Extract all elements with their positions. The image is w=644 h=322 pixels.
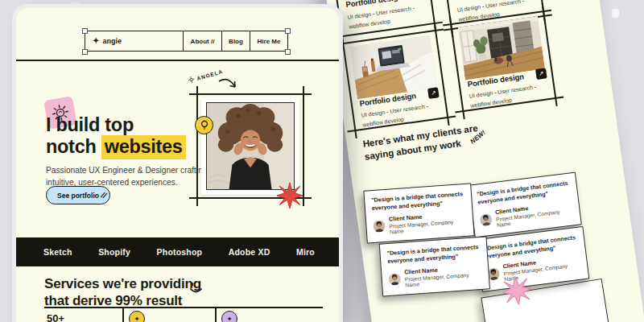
testimonial-card: "Design is a bridge that connects everyo… [363, 183, 474, 243]
client-avatar [479, 213, 493, 226]
open-link-icon[interactable]: ↗ [535, 68, 547, 80]
curved-arrow-doodle [217, 77, 242, 100]
frame-line [196, 86, 198, 206]
stat-value: 50+ [47, 312, 64, 322]
portrait-photo [206, 102, 295, 190]
selection-handle[interactable] [82, 49, 88, 55]
stats-divider [122, 307, 124, 322]
hero-title-highlight: websites [101, 135, 186, 159]
nav-item-blog[interactable]: Blog [221, 31, 250, 51]
sun-doodle-icon [188, 76, 196, 84]
frame-line [303, 86, 304, 206]
tools-marquee: Sketch Shopify Photoshop Adobe XD Miro [16, 237, 339, 266]
design-preview-canvas: Portfolio design ↗ UI design - User rese… [0, 0, 644, 322]
smiley-doodle-icon [188, 282, 205, 299]
portfolio-page-right: Portfolio design ↗ UI design - User rese… [308, 0, 644, 322]
services-title-line1: Services we're providing [44, 276, 201, 293]
logo-text: angie [102, 37, 122, 45]
testimonial-quote: "Design is a bridge that connects everyo… [371, 190, 465, 212]
red-starburst-icon [277, 183, 303, 212]
tool-photoshop: Photoshop [157, 247, 203, 257]
nav-item-hire-me[interactable]: Hire Me [250, 31, 287, 51]
navbar: ✦ angie About // Blog Hire Me [85, 31, 288, 52]
tool-sketch: Sketch [43, 247, 72, 257]
selection-handle[interactable] [285, 28, 291, 34]
portfolio-page-left: ✦ angie About // Blog Hire Me I build to… [16, 8, 339, 322]
services-title: Services we're providing that derive 99%… [44, 276, 201, 309]
open-link-icon[interactable]: ↗ [427, 87, 440, 99]
stat-star-icon-yellow: ✦ [129, 311, 145, 322]
hero-photo [201, 97, 299, 195]
tool-adobe-xd: Adobe XD [229, 247, 270, 257]
nav-item-about[interactable]: About // [183, 31, 221, 51]
pink-starburst-icon [501, 275, 534, 311]
lightbulb-icon [195, 116, 213, 134]
scrollbar-thumb[interactable] [612, 9, 619, 18]
logo[interactable]: ✦ angie [85, 31, 183, 51]
stats-rule [44, 307, 323, 308]
tool-miro: Miro [296, 247, 315, 257]
tool-shopify: Shopify [98, 247, 130, 257]
portfolio-card[interactable]: Portfolio design ↗ UI design - User rese… [450, 10, 556, 112]
logo-star-icon: ✦ [93, 37, 99, 45]
portfolio-card[interactable]: Portfolio design ↗ UI design - User rese… [342, 30, 448, 131]
client-avatar [373, 220, 386, 233]
client-avatar [388, 273, 401, 286]
selection-handle[interactable] [82, 28, 88, 34]
frame-line [189, 93, 312, 95]
testimonial-card: "Design is a bridge that connects everyo… [379, 236, 490, 296]
stat-star-icon-purple: ✦ [221, 311, 237, 322]
selection-handle[interactable] [285, 49, 291, 55]
stats-divider [215, 307, 217, 322]
testimonial-quote: "Design is a bridge that connects everyo… [386, 243, 481, 265]
header-divider [16, 60, 339, 61]
